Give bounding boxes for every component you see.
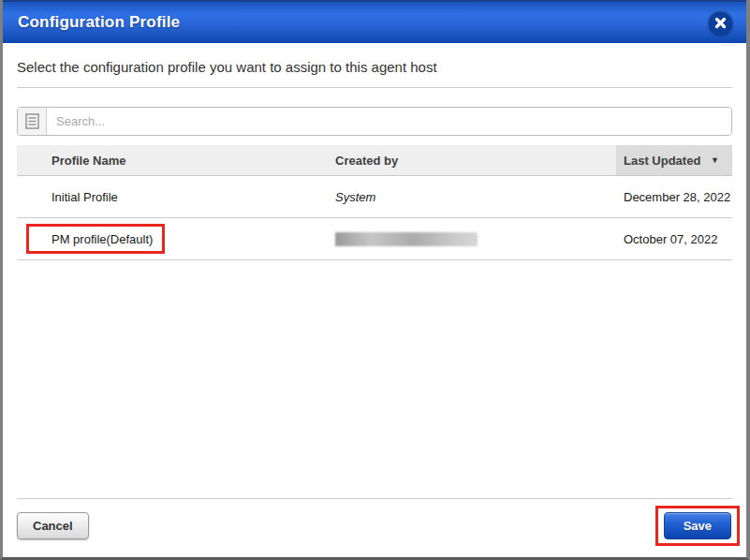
- sort-desc-icon[interactable]: ▼: [711, 155, 719, 165]
- cancel-button[interactable]: Cancel: [17, 512, 89, 539]
- dialog-header: Configuration Profile: [3, 0, 746, 43]
- list-document-icon: [25, 113, 39, 129]
- red-annotation-box-save: Save: [655, 506, 740, 546]
- search-box: [17, 107, 732, 136]
- profile-name-cell: Initial Profile: [17, 190, 335, 204]
- subtitle-divider: [17, 87, 732, 88]
- search-input[interactable]: [47, 108, 731, 135]
- column-header-created-by[interactable]: Created by: [335, 154, 616, 168]
- redacted-created-by: [335, 232, 478, 246]
- created-by-cell: System: [335, 190, 616, 204]
- column-header-profile-name[interactable]: Profile Name: [17, 154, 335, 168]
- table-row-initial-profile[interactable]: Initial Profile System December 28, 2022: [17, 176, 732, 218]
- column-header-last-updated[interactable]: Last Updated ▼: [616, 145, 732, 175]
- search-addon: [18, 108, 47, 135]
- dialog-body: Select the configuration profile you wan…: [3, 43, 746, 557]
- dialog-title: Configuration Profile: [18, 13, 180, 32]
- empty-space: [17, 260, 732, 498]
- profile-table: Profile Name Created by Last Updated ▼ I…: [17, 145, 732, 260]
- save-button[interactable]: Save: [664, 512, 731, 539]
- column-header-last-updated-label: Last Updated: [624, 154, 700, 168]
- created-by-cell: [335, 232, 616, 246]
- last-updated-cell: October 07, 2022: [616, 232, 732, 246]
- configuration-profile-dialog: Configuration Profile Select the configu…: [0, 0, 750, 560]
- profile-name-cell: PM profile(Default): [17, 232, 335, 246]
- last-updated-cell: December 28, 2022: [616, 190, 732, 204]
- table-row-pm-profile[interactable]: PM profile(Default) October 07, 2022: [17, 218, 732, 260]
- close-icon: [714, 17, 727, 29]
- dialog-footer: Cancel Save: [17, 499, 732, 557]
- dialog-subtitle: Select the configuration profile you wan…: [17, 59, 732, 75]
- close-button[interactable]: [708, 10, 733, 36]
- table-header-row: Profile Name Created by Last Updated ▼: [17, 145, 732, 176]
